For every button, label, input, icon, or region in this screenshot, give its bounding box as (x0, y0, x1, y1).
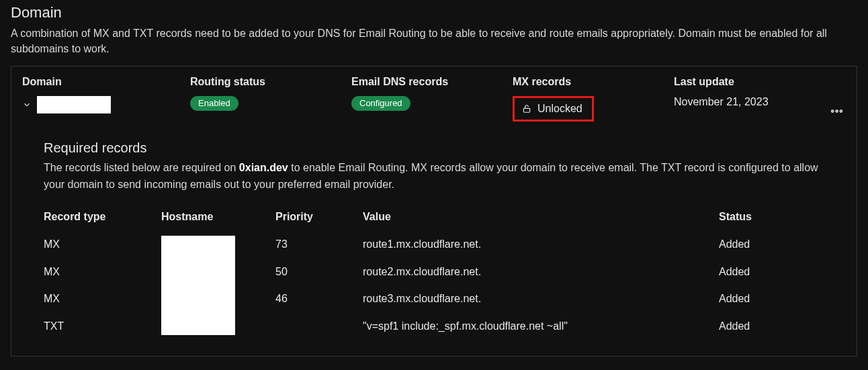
page-description: A combination of MX and TXT records need… (11, 26, 857, 56)
last-update-value: November 21, 2023 (674, 96, 828, 108)
table-header-row: Record type Hostname Priority Value Stat… (44, 205, 824, 231)
email-dns-label: Email DNS records (351, 76, 513, 88)
cell-record-type: MX (44, 285, 161, 313)
cell-priority: 46 (275, 285, 363, 313)
chevron-down-icon[interactable] (22, 100, 32, 109)
hostname-redacted (161, 236, 235, 335)
more-actions-button[interactable]: ••• (828, 101, 846, 122)
required-records-description: The records listed below are required on… (44, 160, 824, 193)
required-desc-prefix: The records listed below are required on (44, 162, 239, 173)
header-priority: Priority (275, 205, 363, 231)
cell-status: Added (719, 258, 824, 285)
cell-record-type: MX (44, 231, 161, 259)
domain-column-label: Domain (22, 76, 190, 88)
header-value: Value (363, 205, 719, 231)
domain-card: Domain Routing status Enabled Emai (11, 66, 857, 357)
mx-records-highlight: Unlocked (513, 96, 594, 122)
cell-status: Added (719, 312, 824, 340)
header-status: Status (719, 205, 824, 231)
cell-priority: 50 (275, 258, 363, 285)
cell-value: route3.mx.cloudflare.net. (363, 285, 719, 313)
header-hostname: Hostname (161, 205, 275, 231)
table-row: MX 73 route1.mx.cloudflare.net. Added (44, 231, 824, 259)
cell-value: route2.mx.cloudflare.net. (363, 258, 719, 285)
required-records-table: Record type Hostname Priority Value Stat… (44, 205, 824, 340)
cell-priority (275, 312, 363, 340)
required-domain-name: 0xian.dev (239, 162, 288, 173)
svg-rect-0 (523, 109, 529, 113)
domain-summary-row: Domain Routing status Enabled Emai (22, 76, 846, 124)
mx-records-value: Unlocked (537, 103, 582, 115)
routing-status-label: Routing status (190, 76, 351, 88)
routing-status-badge: Enabled (190, 96, 238, 111)
header-record-type: Record type (44, 205, 161, 231)
cell-value: "v=spf1 include:_spf.mx.cloudflare.net ~… (363, 312, 719, 340)
cell-status: Added (719, 285, 824, 313)
email-dns-badge: Configured (351, 96, 410, 111)
cell-status: Added (719, 231, 824, 259)
unlock-icon (522, 103, 531, 114)
mx-records-label: MX records (513, 76, 674, 88)
domain-name-redacted (37, 96, 111, 113)
cell-record-type: TXT (44, 312, 161, 340)
required-records-title: Required records (44, 140, 824, 156)
last-update-label: Last update (674, 76, 828, 88)
cell-value: route1.mx.cloudflare.net. (363, 231, 719, 259)
cell-priority: 73 (275, 231, 363, 259)
cell-record-type: MX (44, 258, 161, 285)
page-title: Domain (11, 4, 857, 21)
